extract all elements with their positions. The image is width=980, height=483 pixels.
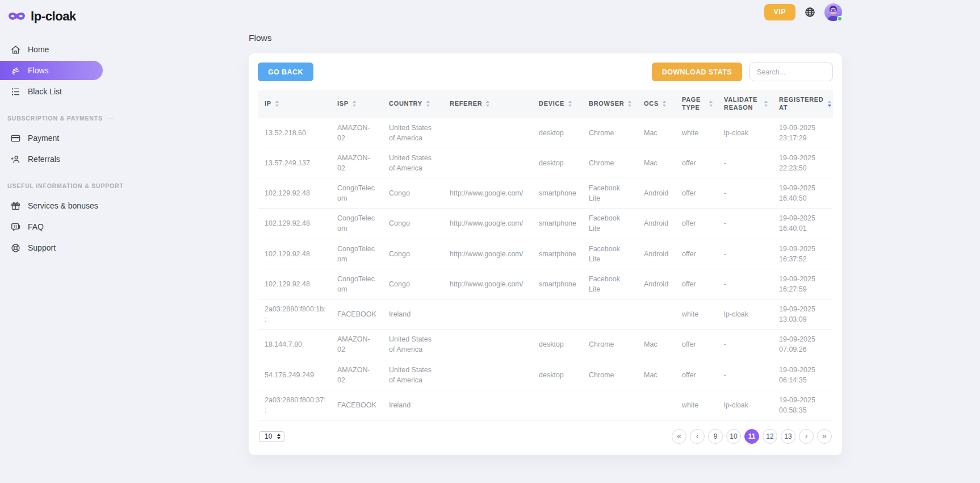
column-header-page_type[interactable]: PAGE TYPE bbox=[676, 90, 718, 118]
sidebar-item-payment[interactable]: Payment bbox=[0, 128, 114, 148]
sidebar-item-faq[interactable]: ?!FAQ bbox=[0, 217, 114, 236]
column-label: PAGE TYPE bbox=[682, 95, 705, 112]
table-header-row: IPISPCOUNTRYREFERERDEVICEBROWSEROCSPAGE … bbox=[258, 90, 833, 118]
table-row: 102.129.92.48CongoTelecomCongohttp://www… bbox=[258, 239, 833, 269]
sort-icon bbox=[709, 101, 713, 107]
cell-ocs: Mac bbox=[638, 118, 676, 148]
column-label: COUNTRY bbox=[389, 99, 422, 107]
pagination-page-11[interactable]: 11 bbox=[744, 429, 759, 444]
gift-icon bbox=[10, 201, 21, 211]
column-label: DEVICE bbox=[539, 99, 564, 107]
cell-isp: AMAZON-02 bbox=[332, 360, 383, 390]
cell-country: Congo bbox=[383, 239, 444, 269]
cell-browser: Chrome bbox=[583, 330, 638, 360]
column-label: BROWSER bbox=[589, 99, 624, 107]
cell-device: desktop bbox=[533, 330, 583, 360]
cell-device bbox=[533, 390, 583, 420]
brand-logo[interactable]: lp-cloak bbox=[0, 6, 114, 27]
column-header-referer[interactable]: REFERER bbox=[444, 90, 533, 118]
cell-registered: 19-09-202523:17:29 bbox=[773, 118, 833, 148]
sidebar-item-home[interactable]: Home bbox=[0, 40, 114, 59]
download-stats-button[interactable]: DOWNLOAD STATS bbox=[652, 63, 742, 81]
cell-registered: 19-09-202507:09:26 bbox=[773, 330, 833, 360]
cell-ip: 102.129.92.48 bbox=[258, 209, 332, 239]
cell-device: desktop bbox=[533, 360, 583, 390]
go-back-button[interactable]: GO BACK bbox=[258, 63, 313, 81]
cell-isp: CongoTelecom bbox=[332, 209, 383, 239]
pagination-page-10[interactable]: 10 bbox=[726, 429, 741, 444]
sidebar-item-black-list[interactable]: Black List bbox=[0, 82, 114, 101]
select-caret-icon bbox=[277, 434, 280, 439]
pagination-last[interactable]: » bbox=[817, 429, 832, 444]
sidebar-item-services-bonuses[interactable]: Services & bonuses bbox=[0, 196, 114, 215]
cell-ocs: Android bbox=[638, 269, 676, 299]
page-size-select[interactable]: 10 bbox=[259, 431, 284, 442]
sidebar-item-support[interactable]: Support bbox=[0, 238, 114, 257]
search-input[interactable] bbox=[749, 63, 833, 81]
cell-referer bbox=[444, 360, 533, 390]
column-header-ocs[interactable]: OCS bbox=[638, 90, 676, 118]
table-row: 2a03:2880:f800:1b::FACEBOOKIrelandwhitel… bbox=[258, 299, 833, 330]
cell-browser: Facebook Lite bbox=[583, 269, 638, 299]
cell-registered: 19-09-202513:03:09 bbox=[773, 299, 833, 330]
cell-isp: AMAZON-02 bbox=[332, 330, 383, 360]
column-header-ip[interactable]: IP bbox=[258, 90, 332, 118]
sidebar: lp-cloak HomeFlowsBlack ListSUBSCRIPTION… bbox=[0, 0, 114, 259]
column-header-isp[interactable]: ISP bbox=[332, 90, 383, 118]
sidebar-item-referrals[interactable]: Referrals bbox=[0, 149, 114, 169]
cell-country: Congo bbox=[383, 178, 444, 209]
sort-icon bbox=[426, 101, 430, 107]
column-header-device[interactable]: DEVICE bbox=[533, 90, 583, 118]
flows-icon bbox=[10, 65, 21, 76]
column-header-validate_reason[interactable]: VALIDATE REASON bbox=[718, 90, 773, 118]
cell-device: smartphone bbox=[533, 209, 583, 239]
cell-registered: 19-09-202516:40:01 bbox=[773, 209, 833, 239]
pagination-page-9[interactable]: 9 bbox=[708, 429, 723, 444]
cell-device: smartphone bbox=[533, 269, 583, 299]
cell-isp: AMAZON-02 bbox=[332, 118, 383, 148]
cell-referer bbox=[444, 118, 533, 148]
sidebar-item-label: Flows bbox=[28, 66, 49, 75]
cell-validate_reason: lp-cloak bbox=[718, 118, 773, 148]
pagination-prev[interactable]: ‹ bbox=[690, 429, 705, 444]
pagination-first[interactable]: « bbox=[672, 429, 686, 444]
column-header-country[interactable]: COUNTRY bbox=[383, 90, 444, 118]
pagination-page-13[interactable]: 13 bbox=[781, 429, 795, 444]
cell-isp: CongoTelecom bbox=[332, 178, 383, 209]
pagination-next[interactable]: › bbox=[799, 429, 814, 444]
cell-page_type: offer bbox=[676, 209, 718, 239]
cell-ocs bbox=[638, 390, 676, 420]
card-toolbar: GO BACK DOWNLOAD STATS bbox=[258, 63, 833, 81]
brand-mask-icon bbox=[7, 11, 26, 22]
column-header-registered[interactable]: REGISTERED AT bbox=[773, 90, 833, 118]
cell-page_type: white bbox=[676, 118, 718, 148]
cell-registered: 19-09-202506:14:35 bbox=[773, 360, 833, 390]
column-label: ISP bbox=[337, 99, 349, 107]
cell-referer bbox=[444, 390, 533, 420]
page-size-value: 10 bbox=[265, 432, 272, 440]
cell-validate_reason: - bbox=[718, 360, 773, 390]
sort-icon bbox=[568, 101, 572, 107]
pagination-page-12[interactable]: 12 bbox=[763, 429, 777, 444]
cell-validate_reason: - bbox=[718, 269, 773, 299]
cell-registered: 19-09-202500:58:35 bbox=[773, 390, 833, 420]
sort-icon bbox=[663, 101, 666, 107]
cell-page_type: offer bbox=[676, 239, 718, 269]
table-row: 13.57.249.137AMAZON-02United States of A… bbox=[258, 148, 833, 178]
cell-referer: http://www.google.com/ bbox=[444, 239, 533, 269]
cell-browser bbox=[583, 390, 638, 420]
sidebar-item-flows[interactable]: Flows bbox=[0, 61, 103, 80]
sidebar-item-label: Support bbox=[28, 243, 56, 252]
heading-rule bbox=[107, 118, 114, 119]
cell-registered: 19-09-202516:40:50 bbox=[773, 178, 833, 209]
sort-icon bbox=[275, 101, 279, 107]
cell-ocs bbox=[638, 299, 676, 330]
cell-registered: 19-09-202516:27:59 bbox=[773, 269, 833, 299]
sidebar-item-label: Home bbox=[28, 45, 49, 54]
cell-referer bbox=[444, 299, 533, 330]
sort-icon bbox=[764, 101, 768, 107]
cell-page_type: white bbox=[676, 299, 718, 330]
cell-device: smartphone bbox=[533, 178, 583, 209]
column-header-browser[interactable]: BROWSER bbox=[583, 90, 638, 118]
cell-validate_reason: lp-cloak bbox=[718, 299, 773, 330]
